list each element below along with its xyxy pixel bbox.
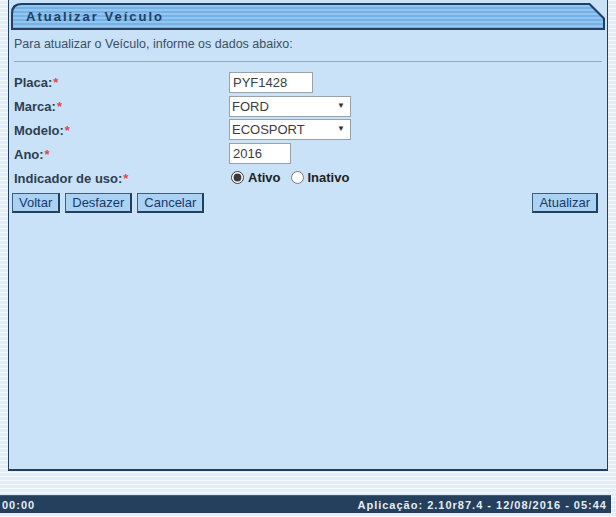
- voltar-button[interactable]: Voltar: [12, 193, 60, 213]
- desfazer-button[interactable]: Desfazer: [65, 193, 132, 213]
- status-timer: 00:00: [2, 499, 35, 511]
- atualizar-button[interactable]: Atualizar: [532, 193, 598, 213]
- marca-label: Marca:*: [14, 99, 62, 114]
- required-asterisk: *: [53, 75, 58, 90]
- modelo-select-wrap: ECOSPORT ▼: [229, 119, 351, 140]
- page-background: Atualizar Veículo Para atualizar o Veícu…: [0, 0, 616, 517]
- required-asterisk: *: [123, 171, 128, 186]
- placa-input[interactable]: [229, 72, 313, 93]
- ativo-radio-label[interactable]: Ativo: [248, 170, 281, 185]
- marca-label-text: Marca:: [14, 99, 56, 114]
- placa-label-text: Placa:: [14, 75, 52, 90]
- required-asterisk: *: [45, 147, 50, 162]
- placa-label: Placa:*: [14, 75, 58, 90]
- modelo-label-text: Modelo:: [14, 123, 64, 138]
- ano-input[interactable]: [229, 143, 291, 164]
- titlebar: Atualizar Veículo: [11, 3, 605, 30]
- titlebar-inner: Atualizar Veículo: [13, 5, 603, 28]
- page-title: Atualizar Veículo: [26, 9, 164, 24]
- modelo-label: Modelo:*: [14, 123, 70, 138]
- ano-label: Ano:*: [14, 147, 50, 162]
- left-button-group: Voltar Desfazer Cancelar: [12, 193, 204, 213]
- separator-line: [14, 61, 602, 62]
- cancelar-button[interactable]: Cancelar: [137, 193, 204, 213]
- indicador-label: Indicador de uso:*: [14, 171, 128, 186]
- required-asterisk: *: [65, 123, 70, 138]
- status-bar: 00:00 Aplicação: 2.10r87.4 - 12/08/2016 …: [0, 495, 611, 513]
- inativo-radio[interactable]: [291, 171, 304, 184]
- required-asterisk: *: [57, 99, 62, 114]
- instructions-text: Para atualizar o Veículo, informe os dad…: [14, 37, 293, 51]
- main-panel: Atualizar Veículo Para atualizar o Veícu…: [8, 0, 608, 471]
- inativo-radio-label[interactable]: Inativo: [308, 170, 350, 185]
- modelo-select[interactable]: ECOSPORT: [229, 119, 351, 140]
- indicador-label-text: Indicador de uso:: [14, 171, 122, 186]
- indicador-radio-group: Ativo Inativo: [231, 170, 359, 185]
- marca-select[interactable]: FORD: [229, 96, 351, 117]
- ativo-radio[interactable]: [231, 171, 244, 184]
- status-app-info: Aplicação: 2.10r87.4 - 12/08/2016 - 05:4…: [357, 499, 607, 511]
- ano-label-text: Ano:: [14, 147, 44, 162]
- marca-select-wrap: FORD ▼: [229, 96, 351, 117]
